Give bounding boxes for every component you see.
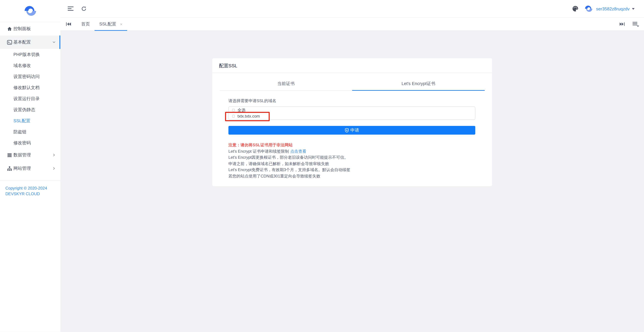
select-all-checkbox[interactable]	[232, 109, 235, 112]
notes-block: 注意：请勿将SSL证书用于非法网站 Let's Encrypt 证书申请和续签限…	[228, 142, 475, 186]
page-tabbar: 首页 SSL配置 ×	[60, 18, 644, 31]
tab-home[interactable]: 首页	[76, 18, 94, 30]
sidebar-item-label: 基本配置	[14, 39, 31, 45]
content-area: 配置SSL 当前证书 Let's Encrypt证书 请选择需要申请SSL的域名	[60, 31, 644, 332]
domain-row[interactable]: txtx.txtx.com	[229, 113, 475, 119]
shield-plus-icon	[345, 128, 349, 133]
tab-label: 首页	[81, 21, 90, 27]
brand-logo-icon	[23, 4, 37, 18]
chevron-down-icon	[52, 40, 56, 44]
sidebar-item-site-management[interactable]: 网站管理	[0, 162, 60, 175]
tab-lets-encrypt[interactable]: Let's Encrypt证书	[352, 76, 485, 90]
sidebar-item-basic-config[interactable]: 基本配置	[0, 35, 60, 49]
chevron-right-icon	[52, 153, 56, 157]
tab-current-certificate[interactable]: 当前证书	[220, 76, 352, 90]
refresh-icon[interactable]	[81, 6, 86, 11]
sidebar-subitem-change-password[interactable]: 修改密码	[0, 137, 60, 148]
sidebar-subitem-php-version[interactable]: PHP版本切换	[0, 49, 60, 60]
username-dropdown[interactable]: ser3582z8ruqzdv	[596, 6, 630, 11]
ssl-config-card: 配置SSL 当前证书 Let's Encrypt证书 请选择需要申请SSL的域名	[212, 58, 492, 186]
sidebar-subitem-hotlink[interactable]: 防盗链	[0, 126, 60, 137]
sidebar-subitem-default-document[interactable]: 修改默认文档	[0, 82, 60, 93]
home-icon	[7, 26, 12, 31]
card-title: 配置SSL	[212, 58, 492, 73]
domain-label: txtx.txtx.com	[238, 114, 260, 119]
user-avatar[interactable]	[584, 4, 593, 13]
sidebar: 控制面板 基本配置 PHP版本切换 域名修改 设置密码访问 修改默认文档	[0, 0, 60, 332]
sidebar-item-label: 控制面板	[14, 26, 31, 32]
caret-down-icon	[632, 8, 634, 9]
tab-label: 当前证书	[277, 81, 295, 86]
domain-checkbox[interactable]	[232, 115, 235, 118]
note-line: 若您的站点使用了CDN或301重定向会导致续签失败	[228, 173, 475, 179]
domain-checkbox-list: 全选 txtx.txtx.com	[228, 107, 475, 120]
terminal-icon	[7, 39, 12, 45]
sidebar-item-label: 网站管理	[14, 166, 31, 171]
tab-label: Let's Encrypt证书	[402, 81, 435, 86]
note-line: 申请之前，请确保域名已解析，如未解析会导致审核失败	[228, 161, 475, 167]
scroll-tabs-start-icon[interactable]	[66, 22, 71, 26]
note-line: Let's Encrypt免费证书，有效期3个月，支持多域名。默认会自动续签	[228, 167, 475, 173]
open-page-tabs: 首页 SSL配置 ×	[76, 18, 127, 30]
select-all-label: 全选	[238, 107, 246, 113]
sidebar-item-control-panel[interactable]: 控制面板	[0, 22, 60, 35]
tabs-menu-icon[interactable]	[632, 22, 639, 27]
database-list-icon	[7, 152, 12, 158]
tab-ssl-config[interactable]: SSL配置 ×	[94, 18, 127, 30]
close-icon[interactable]: ×	[120, 22, 122, 26]
logo-area	[0, 0, 60, 22]
lets-encrypt-pane: 请选择需要申请SSL的域名 全选 txtx.txtx.com	[212, 91, 492, 186]
certificate-tabs: 当前证书 Let's Encrypt证书	[220, 76, 485, 91]
limit-text: Let's Encrypt 证书申请和续签限制	[228, 149, 289, 154]
sidebar-item-label: 数据管理	[14, 152, 31, 158]
scroll-tabs-end-icon[interactable]	[620, 22, 624, 26]
tab-label: SSL配置	[99, 21, 116, 27]
view-limits-link[interactable]: 点击查看	[290, 149, 306, 154]
domain-select-label: 请选择需要申请SSL的域名	[228, 98, 475, 104]
sitemap-icon	[7, 166, 12, 171]
theme-palette-icon[interactable]	[572, 5, 579, 12]
chevron-right-icon	[52, 167, 56, 170]
note-line: Let's Encrypt因更换根证书，部分老旧设备访问时可能提示不可信。	[228, 154, 475, 161]
apply-button-label: 申请	[350, 127, 359, 133]
sidebar-subitem-run-directory[interactable]: 设置运行目录	[0, 93, 60, 104]
app-window: 控制面板 基本配置 PHP版本切换 域名修改 设置密码访问 修改默认文档	[0, 0, 644, 332]
warning-text: 注意：请勿将SSL证书用于非法网站	[228, 142, 475, 148]
sidebar-collapse-icon[interactable]	[68, 6, 74, 11]
copyright: Copyright © 2020-2024 DEVSKYR CLOUD	[0, 180, 60, 197]
sidebar-subitem-ssl-config[interactable]: SSL配置	[0, 115, 60, 126]
select-all-row[interactable]: 全选	[229, 107, 475, 113]
note-line: Let's Encrypt 证书申请和续签限制点击查看	[228, 148, 475, 154]
sidebar-subitem-rewrite[interactable]: 设置伪静态	[0, 104, 60, 115]
sidebar-subitem-password-access[interactable]: 设置密码访问	[0, 71, 60, 82]
apply-button[interactable]: 申请	[228, 126, 475, 135]
top-header: ser3582z8ruqzdv	[60, 0, 644, 18]
sidebar-menu: 控制面板 基本配置 PHP版本切换 域名修改 设置密码访问 修改默认文档	[0, 22, 60, 175]
sidebar-subitem-domain-modify[interactable]: 域名修改	[0, 60, 60, 71]
copyright-line2: DEVSKYR CLOUD	[5, 191, 57, 197]
sidebar-item-data-management[interactable]: 数据管理	[0, 148, 60, 162]
copyright-line1: Copyright © 2020-2024	[5, 185, 57, 191]
